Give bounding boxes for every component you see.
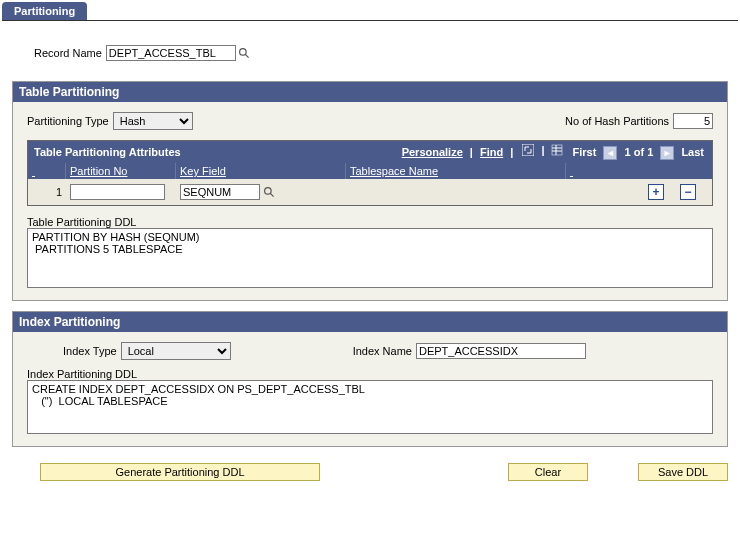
index-name-input[interactable] bbox=[416, 343, 586, 359]
grid-nav-range: 1 of 1 bbox=[625, 146, 654, 158]
svg-line-1 bbox=[246, 54, 249, 57]
grid-title-label: Table Partitioning Attributes bbox=[34, 146, 181, 158]
attributes-grid: Table Partitioning Attributes Personaliz… bbox=[27, 140, 713, 206]
table-ddl-label: Table Partitioning DDL bbox=[27, 216, 713, 228]
index-type-label: Index Type bbox=[63, 345, 117, 357]
grid-prev-icon[interactable]: ◄ bbox=[603, 146, 617, 160]
col-key-field[interactable]: Key Field bbox=[176, 163, 346, 179]
record-name-input[interactable] bbox=[106, 45, 236, 61]
grid-personalize-link[interactable]: Personalize bbox=[402, 146, 463, 158]
generate-ddl-button[interactable]: Generate Partitioning DDL bbox=[40, 463, 320, 481]
index-ddl-label: Index Partitioning DDL bbox=[27, 368, 713, 380]
index-name-label: Index Name bbox=[353, 345, 412, 357]
partitioning-type-select[interactable]: Hash bbox=[113, 112, 193, 130]
lookup-icon[interactable] bbox=[238, 46, 252, 60]
grid-nav-last: Last bbox=[681, 146, 704, 158]
clear-button[interactable]: Clear bbox=[508, 463, 588, 481]
svg-rect-3 bbox=[552, 145, 562, 155]
partition-no-input[interactable] bbox=[70, 184, 165, 200]
index-partitioning-title: Index Partitioning bbox=[13, 312, 727, 332]
record-name-label: Record Name bbox=[34, 47, 102, 59]
svg-line-8 bbox=[270, 193, 273, 196]
svg-point-7 bbox=[264, 187, 271, 194]
grid-next-icon[interactable]: ► bbox=[660, 146, 674, 160]
hash-partitions-label: No of Hash Partitions bbox=[565, 115, 669, 127]
tablespace-cell bbox=[346, 190, 566, 194]
col-tablespace[interactable]: Tablespace Name bbox=[346, 163, 566, 179]
add-row-button[interactable]: + bbox=[648, 184, 664, 200]
save-ddl-button[interactable]: Save DDL bbox=[638, 463, 728, 481]
download-icon[interactable] bbox=[551, 144, 563, 156]
grid-nav-first: First bbox=[573, 146, 597, 158]
hash-partitions-input[interactable] bbox=[673, 113, 713, 129]
index-type-select[interactable]: Local bbox=[121, 342, 231, 360]
tab-partitioning[interactable]: Partitioning bbox=[2, 2, 87, 20]
partitioning-type-label: Partitioning Type bbox=[27, 115, 109, 127]
zoom-icon[interactable] bbox=[522, 144, 534, 156]
grid-find-link[interactable]: Find bbox=[480, 146, 503, 158]
table-partitioning-section: Table Partitioning Partitioning Type Has… bbox=[12, 81, 728, 301]
delete-row-button[interactable]: − bbox=[680, 184, 696, 200]
table-row: 1 + − bbox=[28, 179, 712, 205]
table-ddl-textarea[interactable] bbox=[27, 228, 713, 288]
index-ddl-textarea[interactable] bbox=[27, 380, 713, 434]
svg-rect-2 bbox=[522, 144, 534, 156]
table-partitioning-title: Table Partitioning bbox=[13, 82, 727, 102]
col-partition-no[interactable]: Partition No bbox=[66, 163, 176, 179]
lookup-icon[interactable] bbox=[262, 185, 276, 199]
index-partitioning-section: Index Partitioning Index Type Local Inde… bbox=[12, 311, 728, 447]
svg-point-0 bbox=[240, 48, 247, 55]
row-num: 1 bbox=[28, 184, 66, 200]
key-field-input[interactable] bbox=[180, 184, 260, 200]
